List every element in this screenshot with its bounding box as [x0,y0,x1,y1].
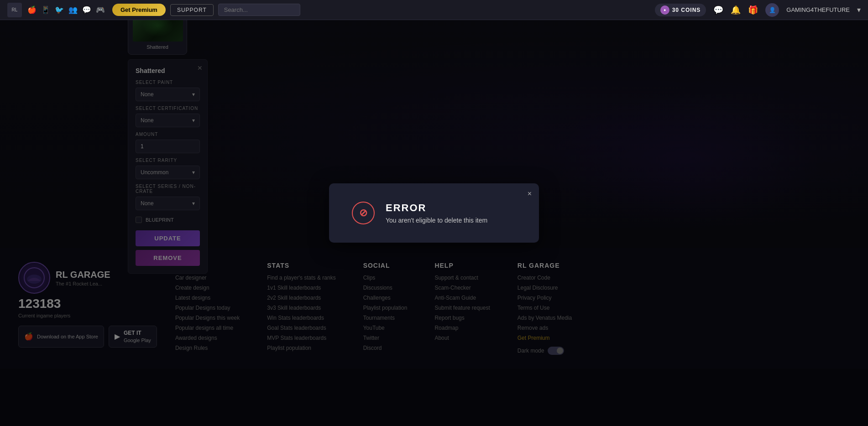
chat-button[interactable]: 💬 [713,5,723,15]
gift-button[interactable]: 🎁 [748,5,758,15]
header: RL 🍎 📱 🐦 👥 💬 🎮 Get Premium SUPPORT ● 30 … [0,0,868,20]
error-icon: ⊘ [352,202,375,224]
search-input[interactable] [218,4,300,16]
support-button[interactable]: SUPPORT [170,4,214,16]
facebook-icon[interactable]: 👥 [68,5,78,14]
header-right: ● 30 COINS 💬 🔔 🎁 👤 GAMING4THEFUTURE ▾ [655,3,861,17]
error-content: ERROR You aren't eligible to delete this… [386,202,487,224]
coins-badge[interactable]: ● 30 COINS [655,4,706,16]
apple-icon[interactable]: 🍎 [27,5,37,14]
premium-button[interactable]: Get Premium [112,4,166,16]
site-logo[interactable]: RL [7,3,22,17]
coins-icon: ● [660,5,669,15]
avatar: 👤 [765,3,779,17]
twitter-icon[interactable]: 🐦 [55,5,64,14]
error-modal: × ⊘ ERROR You aren't eligible to delete … [329,183,539,243]
user-dropdown-icon[interactable]: ▾ [857,5,861,14]
coins-amount: 30 COINS [672,7,701,13]
notification-button[interactable]: 🔔 [731,5,741,15]
error-title: ERROR [386,202,487,214]
platform-icons: 🍎 📱 🐦 👥 💬 🎮 [27,5,105,14]
error-close-button[interactable]: × [528,190,532,198]
android-icon[interactable]: 📱 [41,5,50,14]
logo-text: RL [12,7,18,12]
steam-icon[interactable]: 💬 [82,5,91,14]
username-label[interactable]: GAMING4THEFUTURE [786,6,850,13]
error-icon-symbol: ⊘ [359,207,367,219]
modal-overlay[interactable]: × ⊘ ERROR You aren't eligible to delete … [0,0,868,426]
discord-icon[interactable]: 🎮 [96,5,105,14]
main-content: Shattered Shattered ✕ SELECT PAINT None … [0,0,868,426]
error-message: You aren't eligible to delete this item [386,217,487,224]
